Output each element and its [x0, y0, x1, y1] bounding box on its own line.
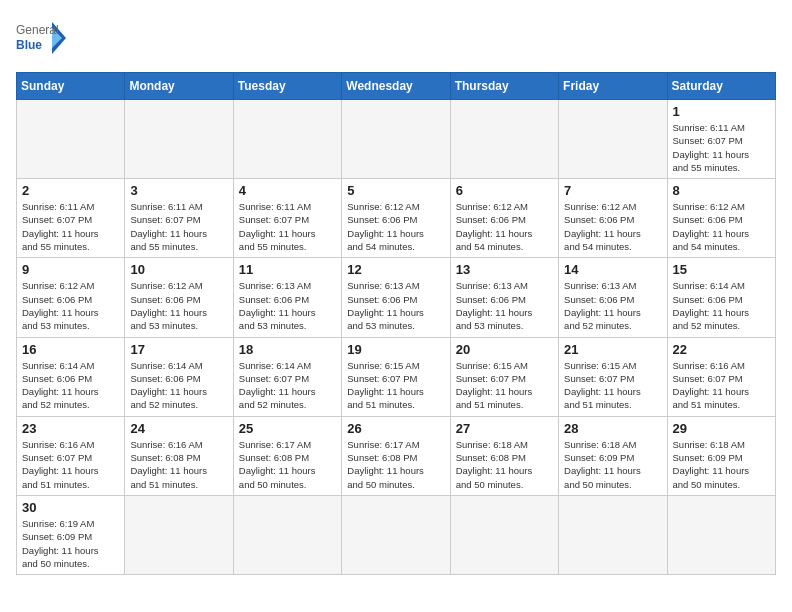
- calendar-day-cell: [17, 100, 125, 179]
- calendar-day-cell: 23Sunrise: 6:16 AM Sunset: 6:07 PM Dayli…: [17, 416, 125, 495]
- day-number: 23: [22, 421, 120, 436]
- calendar-day-cell: 9Sunrise: 6:12 AM Sunset: 6:06 PM Daylig…: [17, 258, 125, 337]
- calendar-day-cell: 4Sunrise: 6:11 AM Sunset: 6:07 PM Daylig…: [233, 179, 341, 258]
- day-info: Sunrise: 6:15 AM Sunset: 6:07 PM Dayligh…: [456, 359, 554, 412]
- calendar-day-cell: 24Sunrise: 6:16 AM Sunset: 6:08 PM Dayli…: [125, 416, 233, 495]
- day-info: Sunrise: 6:17 AM Sunset: 6:08 PM Dayligh…: [239, 438, 337, 491]
- day-number: 13: [456, 262, 554, 277]
- weekday-header-tuesday: Tuesday: [233, 73, 341, 100]
- calendar-day-cell: 20Sunrise: 6:15 AM Sunset: 6:07 PM Dayli…: [450, 337, 558, 416]
- day-number: 7: [564, 183, 662, 198]
- calendar-day-cell: 6Sunrise: 6:12 AM Sunset: 6:06 PM Daylig…: [450, 179, 558, 258]
- day-info: Sunrise: 6:11 AM Sunset: 6:07 PM Dayligh…: [130, 200, 228, 253]
- calendar-day-cell: [125, 495, 233, 574]
- logo-svg: General Blue: [16, 16, 66, 60]
- day-number: 19: [347, 342, 445, 357]
- day-info: Sunrise: 6:12 AM Sunset: 6:06 PM Dayligh…: [22, 279, 120, 332]
- calendar-day-cell: 25Sunrise: 6:17 AM Sunset: 6:08 PM Dayli…: [233, 416, 341, 495]
- weekday-header-saturday: Saturday: [667, 73, 775, 100]
- calendar-day-cell: [233, 495, 341, 574]
- day-info: Sunrise: 6:19 AM Sunset: 6:09 PM Dayligh…: [22, 517, 120, 570]
- calendar-week-row: 23Sunrise: 6:16 AM Sunset: 6:07 PM Dayli…: [17, 416, 776, 495]
- day-number: 26: [347, 421, 445, 436]
- weekday-header-friday: Friday: [559, 73, 667, 100]
- svg-text:General: General: [16, 23, 59, 37]
- day-number: 22: [673, 342, 771, 357]
- calendar-day-cell: 17Sunrise: 6:14 AM Sunset: 6:06 PM Dayli…: [125, 337, 233, 416]
- day-info: Sunrise: 6:18 AM Sunset: 6:09 PM Dayligh…: [564, 438, 662, 491]
- day-number: 5: [347, 183, 445, 198]
- day-number: 1: [673, 104, 771, 119]
- calendar-day-cell: 30Sunrise: 6:19 AM Sunset: 6:09 PM Dayli…: [17, 495, 125, 574]
- day-number: 11: [239, 262, 337, 277]
- calendar-day-cell: 21Sunrise: 6:15 AM Sunset: 6:07 PM Dayli…: [559, 337, 667, 416]
- day-number: 25: [239, 421, 337, 436]
- calendar-day-cell: 7Sunrise: 6:12 AM Sunset: 6:06 PM Daylig…: [559, 179, 667, 258]
- calendar-day-cell: [342, 495, 450, 574]
- day-number: 14: [564, 262, 662, 277]
- calendar-week-row: 2Sunrise: 6:11 AM Sunset: 6:07 PM Daylig…: [17, 179, 776, 258]
- calendar-day-cell: 18Sunrise: 6:14 AM Sunset: 6:07 PM Dayli…: [233, 337, 341, 416]
- weekday-header-sunday: Sunday: [17, 73, 125, 100]
- calendar-day-cell: 19Sunrise: 6:15 AM Sunset: 6:07 PM Dayli…: [342, 337, 450, 416]
- day-info: Sunrise: 6:13 AM Sunset: 6:06 PM Dayligh…: [239, 279, 337, 332]
- calendar-day-cell: 29Sunrise: 6:18 AM Sunset: 6:09 PM Dayli…: [667, 416, 775, 495]
- day-number: 16: [22, 342, 120, 357]
- day-number: 24: [130, 421, 228, 436]
- day-info: Sunrise: 6:11 AM Sunset: 6:07 PM Dayligh…: [22, 200, 120, 253]
- day-info: Sunrise: 6:13 AM Sunset: 6:06 PM Dayligh…: [456, 279, 554, 332]
- day-info: Sunrise: 6:12 AM Sunset: 6:06 PM Dayligh…: [673, 200, 771, 253]
- calendar-day-cell: [125, 100, 233, 179]
- day-number: 17: [130, 342, 228, 357]
- weekday-header-wednesday: Wednesday: [342, 73, 450, 100]
- day-info: Sunrise: 6:16 AM Sunset: 6:08 PM Dayligh…: [130, 438, 228, 491]
- calendar-day-cell: 11Sunrise: 6:13 AM Sunset: 6:06 PM Dayli…: [233, 258, 341, 337]
- day-info: Sunrise: 6:11 AM Sunset: 6:07 PM Dayligh…: [239, 200, 337, 253]
- calendar-day-cell: [450, 100, 558, 179]
- calendar-day-cell: 5Sunrise: 6:12 AM Sunset: 6:06 PM Daylig…: [342, 179, 450, 258]
- day-info: Sunrise: 6:15 AM Sunset: 6:07 PM Dayligh…: [347, 359, 445, 412]
- weekday-header-thursday: Thursday: [450, 73, 558, 100]
- calendar-week-row: 9Sunrise: 6:12 AM Sunset: 6:06 PM Daylig…: [17, 258, 776, 337]
- calendar-day-cell: 12Sunrise: 6:13 AM Sunset: 6:06 PM Dayli…: [342, 258, 450, 337]
- calendar-week-row: 16Sunrise: 6:14 AM Sunset: 6:06 PM Dayli…: [17, 337, 776, 416]
- calendar-day-cell: [450, 495, 558, 574]
- day-info: Sunrise: 6:11 AM Sunset: 6:07 PM Dayligh…: [673, 121, 771, 174]
- calendar-day-cell: 3Sunrise: 6:11 AM Sunset: 6:07 PM Daylig…: [125, 179, 233, 258]
- day-number: 8: [673, 183, 771, 198]
- calendar-day-cell: [559, 495, 667, 574]
- day-info: Sunrise: 6:18 AM Sunset: 6:09 PM Dayligh…: [673, 438, 771, 491]
- calendar-day-cell: 10Sunrise: 6:12 AM Sunset: 6:06 PM Dayli…: [125, 258, 233, 337]
- calendar-day-cell: 13Sunrise: 6:13 AM Sunset: 6:06 PM Dayli…: [450, 258, 558, 337]
- calendar-week-row: 1Sunrise: 6:11 AM Sunset: 6:07 PM Daylig…: [17, 100, 776, 179]
- day-number: 6: [456, 183, 554, 198]
- day-number: 15: [673, 262, 771, 277]
- day-number: 20: [456, 342, 554, 357]
- weekday-header-monday: Monday: [125, 73, 233, 100]
- day-number: 28: [564, 421, 662, 436]
- day-number: 4: [239, 183, 337, 198]
- calendar-table: SundayMondayTuesdayWednesdayThursdayFrid…: [16, 72, 776, 575]
- day-info: Sunrise: 6:12 AM Sunset: 6:06 PM Dayligh…: [564, 200, 662, 253]
- day-info: Sunrise: 6:14 AM Sunset: 6:06 PM Dayligh…: [673, 279, 771, 332]
- calendar-day-cell: 26Sunrise: 6:17 AM Sunset: 6:08 PM Dayli…: [342, 416, 450, 495]
- day-number: 18: [239, 342, 337, 357]
- day-info: Sunrise: 6:14 AM Sunset: 6:06 PM Dayligh…: [22, 359, 120, 412]
- svg-text:Blue: Blue: [16, 38, 42, 52]
- day-info: Sunrise: 6:13 AM Sunset: 6:06 PM Dayligh…: [347, 279, 445, 332]
- calendar-day-cell: 1Sunrise: 6:11 AM Sunset: 6:07 PM Daylig…: [667, 100, 775, 179]
- logo: General Blue: [16, 16, 66, 60]
- day-number: 3: [130, 183, 228, 198]
- day-number: 9: [22, 262, 120, 277]
- day-info: Sunrise: 6:16 AM Sunset: 6:07 PM Dayligh…: [673, 359, 771, 412]
- day-number: 21: [564, 342, 662, 357]
- day-info: Sunrise: 6:12 AM Sunset: 6:06 PM Dayligh…: [130, 279, 228, 332]
- calendar-day-cell: 27Sunrise: 6:18 AM Sunset: 6:08 PM Dayli…: [450, 416, 558, 495]
- day-info: Sunrise: 6:13 AM Sunset: 6:06 PM Dayligh…: [564, 279, 662, 332]
- day-number: 27: [456, 421, 554, 436]
- calendar-day-cell: 2Sunrise: 6:11 AM Sunset: 6:07 PM Daylig…: [17, 179, 125, 258]
- day-info: Sunrise: 6:12 AM Sunset: 6:06 PM Dayligh…: [456, 200, 554, 253]
- day-info: Sunrise: 6:16 AM Sunset: 6:07 PM Dayligh…: [22, 438, 120, 491]
- day-info: Sunrise: 6:12 AM Sunset: 6:06 PM Dayligh…: [347, 200, 445, 253]
- day-number: 2: [22, 183, 120, 198]
